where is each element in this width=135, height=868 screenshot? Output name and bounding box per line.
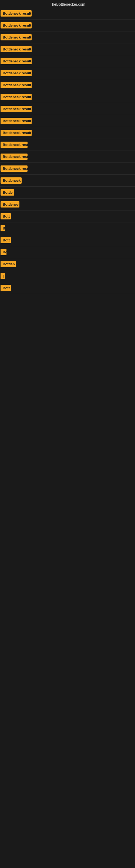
result-row-17: Bottlenec (0, 198, 135, 211)
result-row-1: Bottleneck result (0, 8, 135, 20)
result-row-20: Bott (0, 235, 135, 246)
bottleneck-badge-23[interactable]: | (1, 273, 5, 279)
bottleneck-badge-1[interactable]: Bottleneck result (1, 10, 32, 17)
result-row-15: Bottleneck (0, 175, 135, 187)
result-row-3: Bottleneck result (0, 31, 135, 43)
bottleneck-badge-12[interactable]: Bottleneck resu (1, 142, 28, 148)
bottleneck-badge-6[interactable]: Bottleneck result (1, 70, 32, 76)
result-row-18: Bott (0, 211, 135, 222)
result-row-7: Bottleneck result (0, 79, 135, 91)
result-row-24: Bott (0, 282, 135, 294)
result-row-16: Bottle (0, 187, 135, 198)
result-row-6: Bottleneck result (0, 67, 135, 79)
bottleneck-badge-15[interactable]: Bottleneck (1, 177, 21, 184)
result-row-22: Bottlen (0, 258, 135, 270)
bottleneck-badge-11[interactable]: Bottleneck result (1, 130, 32, 136)
bottleneck-badge-3[interactable]: Bottleneck result (1, 34, 32, 40)
result-row-5: Bottleneck result (0, 55, 135, 67)
bottleneck-badge-4[interactable]: Bottleneck result (1, 46, 32, 52)
bottleneck-badge-7[interactable]: Bottleneck result (1, 82, 32, 88)
result-row-9: Bottleneck result (0, 103, 135, 115)
bottleneck-badge-2[interactable]: Bottleneck result (1, 22, 32, 29)
bottleneck-badge-14[interactable]: Bottleneck resu (1, 165, 28, 172)
result-row-12: Bottleneck resu (0, 139, 135, 151)
bottleneck-badge-8[interactable]: Bottleneck result (1, 94, 32, 100)
result-row-11: Bottleneck result (0, 127, 135, 139)
result-row-19: B (0, 222, 135, 235)
bottleneck-badge-18[interactable]: Bott (1, 213, 11, 219)
result-row-13: Bottleneck resu (0, 151, 135, 163)
bottleneck-badge-17[interactable]: Bottlenec (1, 201, 19, 208)
bottleneck-badge-9[interactable]: Bottleneck result (1, 106, 32, 112)
result-row-8: Bottleneck result (0, 91, 135, 103)
result-row-2: Bottleneck result (0, 20, 135, 31)
bottleneck-badge-16[interactable]: Bottle (1, 189, 14, 195)
bottleneck-badge-5[interactable]: Bottleneck result (1, 58, 32, 64)
result-row-4: Bottleneck result (0, 43, 135, 55)
bottleneck-badge-24[interactable]: Bott (1, 285, 11, 291)
result-row-21: Bo (0, 246, 135, 258)
bottleneck-badge-19[interactable]: B (1, 225, 5, 231)
result-row-23: | (0, 270, 135, 282)
bottleneck-badge-20[interactable]: Bott (1, 237, 11, 243)
bottleneck-badge-22[interactable]: Bottlen (1, 261, 16, 267)
site-title: TheBottlenecker.com (0, 0, 135, 8)
bottleneck-badge-13[interactable]: Bottleneck resu (1, 154, 28, 160)
result-row-10: Bottleneck result (0, 115, 135, 127)
page-container: TheBottlenecker.com Bottleneck resultBot… (0, 0, 135, 868)
bottleneck-badge-21[interactable]: Bo (1, 249, 6, 255)
result-row-14: Bottleneck resu (0, 163, 135, 175)
bottleneck-badge-10[interactable]: Bottleneck result (1, 118, 32, 124)
